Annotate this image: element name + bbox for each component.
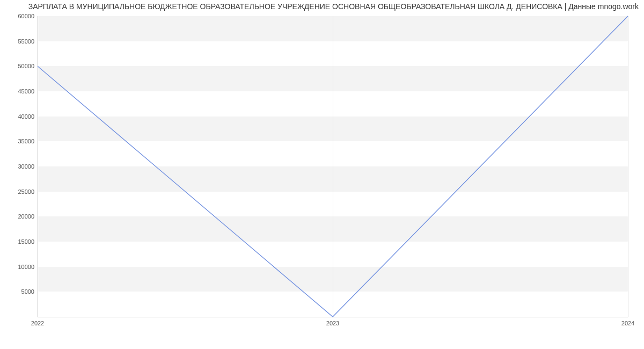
line-series-svg xyxy=(38,16,628,317)
y-tick-label: 45000 xyxy=(4,88,34,94)
y-tick-label: 50000 xyxy=(4,63,34,69)
x-tick-label: 2024 xyxy=(621,320,634,326)
y-tick-label: 40000 xyxy=(4,113,34,120)
y-tick-label: 15000 xyxy=(4,238,34,245)
y-tick-label: 25000 xyxy=(4,188,34,195)
x-tick-label: 2023 xyxy=(326,320,339,326)
gridline-vertical xyxy=(628,16,628,317)
y-tick-label: 35000 xyxy=(4,138,34,144)
chart-container: ЗАРПЛАТА В МУНИЦИПАЛЬНОЕ БЮДЖЕТНОЕ ОБРАЗ… xyxy=(0,0,644,349)
chart-title: ЗАРПЛАТА В МУНИЦИПАЛЬНОЕ БЮДЖЕТНОЕ ОБРАЗ… xyxy=(5,2,639,11)
y-tick-label: 30000 xyxy=(4,163,34,170)
y-tick-label: 60000 xyxy=(4,13,34,19)
y-tick-label: 20000 xyxy=(4,213,34,220)
y-tick-label: 5000 xyxy=(4,288,34,295)
x-tick-label: 2022 xyxy=(31,320,44,326)
salary-line xyxy=(38,16,628,317)
plot-area xyxy=(38,16,628,317)
y-tick-label: 10000 xyxy=(4,264,34,270)
y-tick-label: 55000 xyxy=(4,38,34,45)
